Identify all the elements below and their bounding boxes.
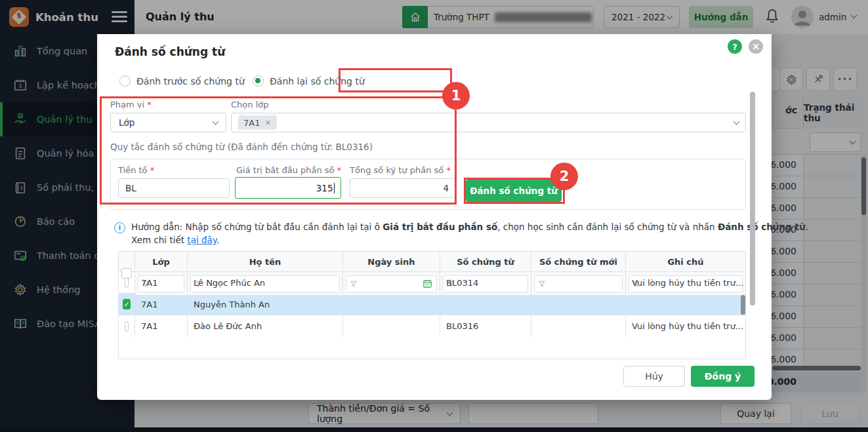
choose-class-multiselect[interactable]: 7A1× bbox=[231, 113, 746, 132]
details-link[interactable]: tại đây bbox=[187, 235, 217, 245]
cancel-button[interactable]: Hủy bbox=[623, 366, 685, 387]
start-value-input[interactable]: 315 bbox=[235, 177, 341, 199]
hint-text-line2: Xem chi tiết tại đây. bbox=[131, 235, 219, 245]
modal-title: Đánh số chứng từ bbox=[115, 45, 225, 58]
remove-tag-icon[interactable]: × bbox=[264, 118, 271, 127]
info-icon: i bbox=[114, 222, 125, 233]
table-row-selected[interactable]: ✓ 7A1 Nguyễn Thành An bbox=[119, 294, 745, 315]
table-row[interactable]: 7A1 Đào Lê Đức Anh BL0316 Vui lòng hủy t… bbox=[119, 315, 745, 337]
class-tag[interactable]: 7A1× bbox=[238, 115, 277, 130]
table-scrollbar-thumb[interactable] bbox=[741, 295, 745, 315]
number-documents-modal: Đánh số chứng từ ? × Đánh trước số chứng… bbox=[97, 34, 772, 400]
ok-button[interactable]: Đồng ý bbox=[691, 366, 754, 387]
row-checkbox[interactable] bbox=[119, 272, 135, 293]
radio-danh-truoc[interactable]: Đánh trước số chứng từ bbox=[119, 75, 245, 87]
chevron-down-icon bbox=[213, 119, 219, 125]
prefix-label: Tiền tố * bbox=[118, 165, 154, 175]
choose-class-label: Chọn lớp bbox=[231, 100, 268, 109]
app-window: Quản lý thu Trường THPT 2021 - 2022 Hướn… bbox=[0, 0, 868, 432]
radio-danh-lai[interactable]: Đánh lại số chứng từ bbox=[253, 75, 365, 87]
annotation-step-2: 2 bbox=[550, 163, 578, 190]
table-header-row: Lớp Họ tên Ngày sinh Số chứng từ Số chứn… bbox=[119, 252, 745, 272]
digit-count-input[interactable]: 4 bbox=[350, 178, 456, 198]
chevron-down-icon bbox=[734, 119, 740, 125]
annotation-step-1: 1 bbox=[442, 82, 470, 109]
prefix-input[interactable]: BL bbox=[118, 178, 230, 198]
numbering-rule-label: Quy tắc đánh số chứng từ (Đã đánh đến ch… bbox=[110, 142, 373, 152]
modal-scrollbar-thumb[interactable] bbox=[750, 92, 755, 305]
row-checkbox-checked[interactable]: ✓ bbox=[119, 294, 135, 315]
digit-count-label: Tổng số ký tự phần số * bbox=[350, 165, 451, 175]
table-row[interactable]: 7A1 Lê Ngọc Phúc An BL0314 Vui lòng hủy … bbox=[119, 272, 745, 294]
bottom-edge-strip bbox=[0, 427, 868, 432]
start-value-label: Giá trị bắt đầu phần số * bbox=[236, 165, 341, 175]
scope-label: Phạm vi * bbox=[110, 100, 152, 109]
radio-circle-icon bbox=[253, 75, 264, 87]
hint-text: Hướng dẫn: Nhập số chứng từ bắt đầu cần … bbox=[131, 222, 808, 232]
row-checkbox[interactable] bbox=[119, 315, 135, 337]
close-icon[interactable]: × bbox=[749, 39, 763, 54]
scope-select[interactable]: Lớp bbox=[110, 113, 226, 132]
text-cursor bbox=[334, 183, 335, 193]
students-table: Lớp Họ tên Ngày sinh Số chứng từ Số chứn… bbox=[118, 251, 746, 359]
radio-circle-icon bbox=[119, 75, 131, 87]
number-documents-button[interactable]: Đánh số chứng từ bbox=[466, 180, 562, 202]
help-icon[interactable]: ? bbox=[728, 39, 742, 54]
